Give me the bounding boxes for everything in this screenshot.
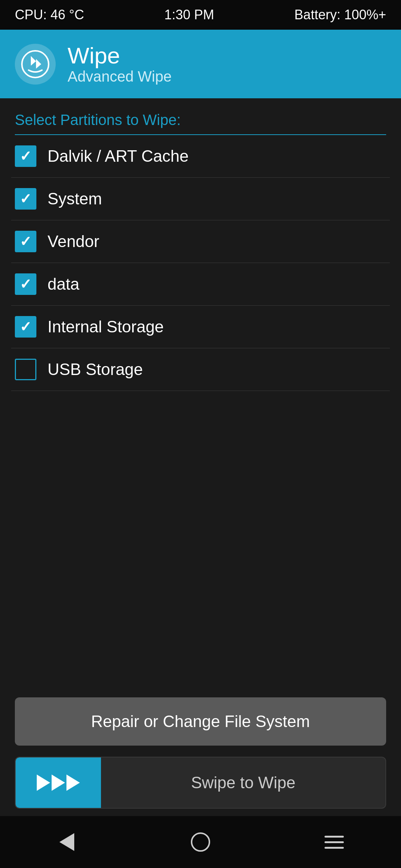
checkmark-system: ✓ — [20, 192, 32, 206]
swipe-label: Swipe to Wipe — [101, 757, 385, 808]
checkbox-vendor[interactable]: ✓ — [15, 231, 36, 252]
partition-label-data: data — [48, 275, 79, 293]
partition-item-vendor[interactable]: ✓ Vendor — [11, 220, 390, 263]
partition-item-internal-storage[interactable]: ✓ Internal Storage — [11, 306, 390, 348]
arrow-1-icon — [37, 775, 50, 791]
swipe-handle — [16, 757, 101, 808]
cpu-status: CPU: 46 °C — [15, 7, 84, 23]
partition-item-system[interactable]: ✓ System — [11, 178, 390, 220]
swipe-arrows-icon — [37, 775, 80, 791]
battery-status: Battery: 100%+ — [294, 7, 386, 23]
back-icon — [59, 833, 74, 851]
svg-marker-2 — [36, 59, 41, 69]
checkbox-dalvik[interactable]: ✓ — [15, 145, 36, 167]
partition-label-usb-storage: USB Storage — [48, 360, 143, 379]
menu-line-2 — [325, 841, 344, 843]
arrow-2-icon — [52, 775, 65, 791]
checkbox-usb-storage[interactable] — [15, 359, 36, 380]
partition-item-data[interactable]: ✓ data — [11, 263, 390, 306]
section-title: Select Partitions to Wipe: — [11, 98, 390, 134]
checkmark-dalvik: ✓ — [20, 149, 32, 163]
nav-menu-button[interactable] — [319, 827, 349, 857]
svg-point-0 — [22, 51, 49, 78]
checkbox-system[interactable]: ✓ — [15, 188, 36, 210]
checkmark-data: ✓ — [20, 277, 32, 291]
partition-item-usb-storage[interactable]: USB Storage — [11, 348, 390, 391]
arrow-3-icon — [66, 775, 80, 791]
partition-item-dalvik[interactable]: ✓ Dalvik / ART Cache — [11, 135, 390, 178]
app-logo — [15, 44, 56, 85]
main-content: Select Partitions to Wipe: ✓ Dalvik / AR… — [0, 98, 401, 816]
menu-icon — [325, 836, 344, 849]
nav-back-button[interactable] — [52, 827, 82, 857]
app-title: Wipe — [68, 43, 172, 68]
bottom-area: Repair or Change File System Swipe to Wi… — [11, 686, 390, 816]
svg-marker-1 — [31, 56, 36, 66]
app-title-block: Wipe Advanced Wipe — [68, 43, 172, 85]
home-icon — [191, 832, 210, 852]
partition-label-vendor: Vendor — [48, 232, 99, 251]
checkbox-internal-storage[interactable]: ✓ — [15, 316, 36, 338]
nav-bar — [0, 816, 401, 868]
time-status: 1:30 PM — [164, 7, 214, 23]
partition-list: ✓ Dalvik / ART Cache ✓ System ✓ Vendor ✓… — [11, 135, 390, 391]
swipe-to-wipe-button[interactable]: Swipe to Wipe — [15, 757, 386, 809]
checkbox-data[interactable]: ✓ — [15, 273, 36, 295]
status-bar: CPU: 46 °C 1:30 PM Battery: 100%+ — [0, 0, 401, 30]
twrp-logo-icon — [20, 49, 50, 79]
partition-label-internal-storage: Internal Storage — [48, 318, 164, 336]
app-subtitle: Advanced Wipe — [68, 68, 172, 85]
checkmark-vendor: ✓ — [20, 234, 32, 249]
checkmark-internal-storage: ✓ — [20, 320, 32, 334]
app-header: Wipe Advanced Wipe — [0, 30, 401, 98]
partition-label-system: System — [48, 190, 102, 208]
menu-line-1 — [325, 836, 344, 838]
menu-line-3 — [325, 847, 344, 849]
nav-home-button[interactable] — [186, 827, 215, 857]
partition-label-dalvik: Dalvik / ART Cache — [48, 147, 189, 165]
repair-button[interactable]: Repair or Change File System — [15, 697, 386, 746]
